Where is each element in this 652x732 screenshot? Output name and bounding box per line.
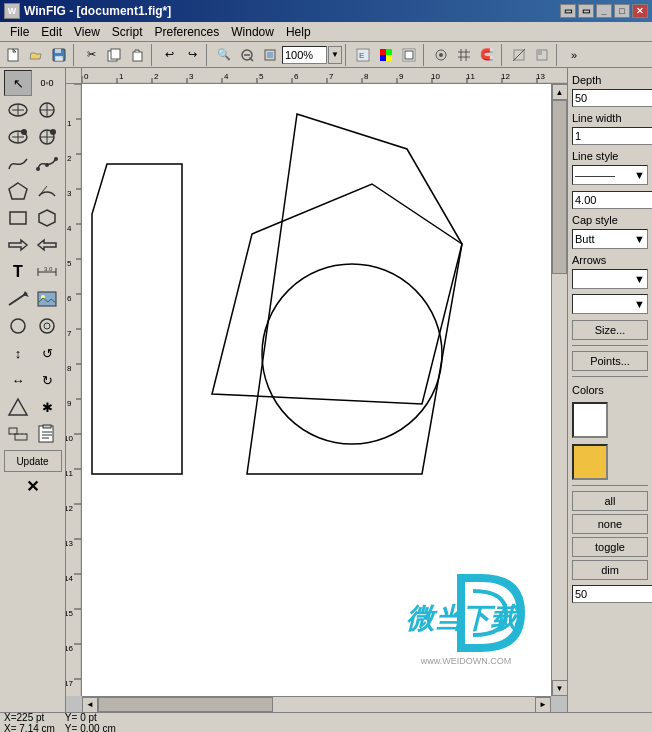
svg-text:15: 15 xyxy=(66,609,73,618)
linewidth-input[interactable] xyxy=(572,127,652,145)
move-v-tool[interactable]: ↕ xyxy=(4,340,32,366)
rotate-cw-tool[interactable]: ↻ xyxy=(33,367,61,393)
svg-marker-144 xyxy=(212,184,462,404)
svg-text:10: 10 xyxy=(431,72,440,81)
size-button[interactable]: Size... xyxy=(572,320,648,340)
align-tool[interactable] xyxy=(4,421,32,447)
image-tool[interactable] xyxy=(33,286,61,312)
svg-text:13: 13 xyxy=(66,539,73,548)
new-button[interactable] xyxy=(2,44,24,66)
flip-button[interactable] xyxy=(531,44,553,66)
menu-file[interactable]: File xyxy=(4,23,35,41)
donut-tool[interactable] xyxy=(33,313,61,339)
zoom-dropdown[interactable]: ▼ xyxy=(328,46,342,64)
grid-button[interactable] xyxy=(453,44,475,66)
magnet-button[interactable]: 🧲 xyxy=(476,44,498,66)
clipboard-tool[interactable] xyxy=(33,421,61,447)
linestyle-dropdown[interactable]: ———— ▼ xyxy=(572,165,648,185)
spline-tool[interactable] xyxy=(4,151,32,177)
text-tool[interactable]: T xyxy=(4,259,32,285)
svg-text:11: 11 xyxy=(66,469,73,478)
window-close[interactable]: ✕ xyxy=(632,4,648,18)
menu-view[interactable]: View xyxy=(68,23,106,41)
arrow-left-tool[interactable] xyxy=(33,232,61,258)
ellipse-fill-tool[interactable] xyxy=(4,124,32,150)
more-button[interactable]: » xyxy=(563,44,585,66)
color-grid-button[interactable] xyxy=(375,44,397,66)
snap-button[interactable] xyxy=(430,44,452,66)
scroll-left-button[interactable]: ◄ xyxy=(82,697,98,713)
none-button[interactable]: none xyxy=(572,514,648,534)
rotate-ccw-tool[interactable]: ↺ xyxy=(33,340,61,366)
zoom-input[interactable] xyxy=(282,46,327,64)
arrow2-dropdown[interactable]: ▼ xyxy=(572,294,648,314)
svg-point-46 xyxy=(54,157,58,161)
export-button[interactable]: E xyxy=(352,44,374,66)
update-button[interactable]: Update xyxy=(4,450,62,472)
points-button[interactable]: Points... xyxy=(572,351,648,371)
zoom-in-button[interactable]: 🔍 xyxy=(213,44,235,66)
dim-button[interactable]: dim xyxy=(572,560,648,580)
circle-fill-tool[interactable] xyxy=(33,124,61,150)
copy-button[interactable] xyxy=(103,44,125,66)
menu-help[interactable]: Help xyxy=(280,23,317,41)
arrow1-dropdown[interactable]: ▼ xyxy=(572,269,648,289)
window-minimize[interactable]: _ xyxy=(596,4,612,18)
scroll-up-button[interactable]: ▲ xyxy=(552,84,568,100)
delete-tool[interactable]: ✕ xyxy=(19,473,47,499)
star-tool[interactable]: ✱ xyxy=(33,394,61,420)
menu-edit[interactable]: Edit xyxy=(35,23,68,41)
rotate-point-tool[interactable]: 0◦0 xyxy=(33,70,61,96)
capstyle-value: Butt xyxy=(575,233,595,245)
window-maximize[interactable]: □ xyxy=(614,4,630,18)
depth50-input[interactable] xyxy=(572,585,652,603)
dimension-tool[interactable]: 3.0 xyxy=(33,259,61,285)
window-restore1[interactable]: ▭ xyxy=(560,4,576,18)
ellipse-tool[interactable] xyxy=(4,97,32,123)
depth-input[interactable] xyxy=(572,89,652,107)
sep-colors xyxy=(572,376,648,377)
window-restore2[interactable]: ▭ xyxy=(578,4,594,18)
capstyle-dropdown[interactable]: Butt ▼ xyxy=(572,229,648,249)
rotate-button[interactable] xyxy=(508,44,530,66)
svg-text:5: 5 xyxy=(67,259,72,268)
triangle-tool[interactable] xyxy=(4,394,32,420)
arc-tool[interactable] xyxy=(33,178,61,204)
scroll-thumb-h[interactable] xyxy=(98,697,273,712)
all-button[interactable]: all xyxy=(572,491,648,511)
hexagon-tool[interactable] xyxy=(33,205,61,231)
polygon-tool[interactable] xyxy=(4,178,32,204)
toggle-button[interactable]: toggle xyxy=(572,537,648,557)
menu-script[interactable]: Script xyxy=(106,23,149,41)
fill-color-box[interactable] xyxy=(572,402,608,438)
rect-tool[interactable] xyxy=(4,205,32,231)
scrollbar-vertical[interactable]: ▲ ▼ xyxy=(551,84,567,696)
scroll-thumb-v[interactable] xyxy=(552,100,567,274)
zoom-fit-button[interactable] xyxy=(259,44,281,66)
zoom-out-button[interactable] xyxy=(236,44,258,66)
menu-preferences[interactable]: Preferences xyxy=(149,23,226,41)
scroll-down-button[interactable]: ▼ xyxy=(552,680,568,696)
pen-color-box[interactable] xyxy=(572,444,608,480)
redo-button[interactable]: ↪ xyxy=(181,44,203,66)
arrow-right-tool[interactable] xyxy=(4,232,32,258)
save-button[interactable] xyxy=(48,44,70,66)
line-tool[interactable] xyxy=(4,286,32,312)
dash-input[interactable] xyxy=(572,191,652,209)
open-button[interactable] xyxy=(25,44,47,66)
scroll-right-button[interactable]: ► xyxy=(535,697,551,713)
cut-button[interactable]: ✂ xyxy=(80,44,102,66)
menu-window[interactable]: Window xyxy=(225,23,280,41)
paste-button[interactable] xyxy=(126,44,148,66)
scrollbar-horizontal[interactable]: ◄ ► xyxy=(82,696,551,712)
spline2-tool[interactable] xyxy=(33,151,61,177)
export2-button[interactable] xyxy=(398,44,420,66)
select-tool[interactable]: ↖ xyxy=(4,70,32,96)
move-h-tool[interactable]: ↔ xyxy=(4,367,32,393)
undo-button[interactable]: ↩ xyxy=(158,44,180,66)
svg-marker-47 xyxy=(9,183,27,199)
circle-tool[interactable] xyxy=(33,97,61,123)
linewidth-row: ▲ ▼ xyxy=(572,127,648,145)
circle2-tool[interactable] xyxy=(4,313,32,339)
drawing-canvas[interactable]: 微当下载 www.WEIDOWN.COM xyxy=(82,84,551,696)
